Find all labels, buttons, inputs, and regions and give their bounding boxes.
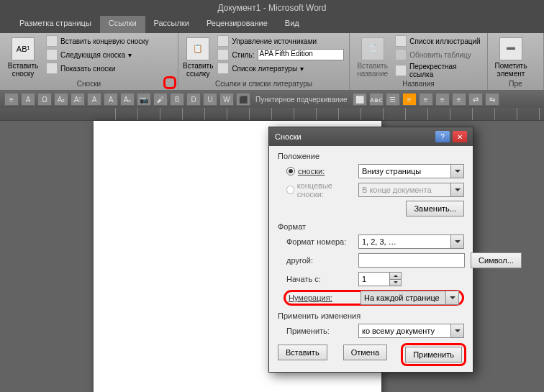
- qt-btn-24[interactable]: ⇆: [485, 93, 499, 106]
- format-legend: Формат: [278, 222, 464, 231]
- qt-btn-15[interactable]: ⬛: [236, 93, 250, 106]
- index-group-label: Пре: [492, 80, 539, 88]
- position-legend: Положение: [278, 152, 464, 160]
- endnote-icon: [46, 35, 58, 47]
- bibliography-icon: [217, 63, 229, 74]
- tab-references[interactable]: Ссылки: [100, 16, 145, 33]
- qt-btn-17[interactable]: ᴀʙᴄ: [369, 93, 384, 106]
- symbol-button[interactable]: Символ...: [471, 252, 522, 268]
- help-button[interactable]: ?: [435, 131, 450, 142]
- number-format-select[interactable]: 1, 2, 3, …: [358, 234, 464, 249]
- footnotes-location-select[interactable]: Внизу страницы: [358, 164, 464, 178]
- footnotes-group-label: Сноски: [4, 80, 173, 88]
- qt-btn-8[interactable]: Aₐ: [120, 93, 135, 106]
- qt-align-left[interactable]: ≡: [402, 93, 417, 106]
- style-select-row: Стиль:APA Fifth Edition: [216, 48, 345, 61]
- qt-btn-5[interactable]: Aͣ: [71, 93, 85, 106]
- show-notes-icon: [46, 63, 58, 74]
- tab-mailings[interactable]: Рассылки: [145, 16, 198, 33]
- mark-entry-button[interactable]: ➖ Пометить элемент: [492, 35, 530, 80]
- ribbon-tabs: Разметка страницы Ссылки Рассылки Реценз…: [0, 16, 544, 33]
- qt-align-center[interactable]: ≡: [419, 93, 433, 106]
- insert-citation-button[interactable]: 📋 Вставить ссылку: [183, 35, 213, 80]
- qt-btn-7[interactable]: A: [104, 93, 118, 106]
- qt-btn-14[interactable]: W: [219, 93, 234, 106]
- qt-btn-9[interactable]: 📷: [137, 93, 151, 106]
- qt-btn-10[interactable]: 🖌: [153, 93, 168, 106]
- endnotes-radio[interactable]: [286, 186, 294, 194]
- mark-entry-icon: ➖: [499, 37, 522, 60]
- spinner-down[interactable]: [389, 280, 401, 286]
- horizontal-ruler[interactable]: [0, 108, 544, 121]
- manage-sources-icon: [217, 35, 229, 47]
- tab-review[interactable]: Рецензирование: [198, 16, 276, 33]
- show-notes-button[interactable]: Показать сноски: [45, 62, 150, 75]
- cancel-button[interactable]: Отмена: [343, 345, 387, 360]
- chevron-down-icon: ▾: [128, 51, 132, 59]
- numbering-select[interactable]: На каждой странице: [361, 291, 459, 305]
- dialog-titlebar[interactable]: Сноски ? ✕: [269, 127, 473, 146]
- citation-icon: 📋: [186, 37, 209, 60]
- qt-align-justify[interactable]: ≡: [452, 93, 466, 106]
- tof-icon: [395, 35, 407, 47]
- insert-footnote-button[interactable]: AB¹ Вставить сноску: [4, 35, 42, 80]
- spinner-up[interactable]: [389, 273, 401, 280]
- chevron-down-icon: [450, 183, 463, 196]
- insert-caption-button[interactable]: 📄 Вставить название: [354, 35, 391, 80]
- qt-btn-18[interactable]: ☰: [386, 93, 400, 106]
- qt-btn-3[interactable]: Ω: [37, 93, 52, 106]
- qt-btn-23[interactable]: ⇄: [468, 93, 483, 106]
- chevron-down-icon: [450, 165, 463, 178]
- dialog-launcher-highlight[interactable]: [163, 76, 176, 89]
- qt-underline-label: Пунктирное подчеркивание: [255, 96, 348, 104]
- update-icon: [395, 49, 407, 60]
- qt-btn-6[interactable]: A: [87, 93, 101, 106]
- close-button[interactable]: ✕: [453, 131, 467, 142]
- footnote-dialog: Сноски ? ✕ Положение сноски: Внизу стран…: [268, 127, 473, 373]
- chevron-down-icon: [450, 235, 463, 248]
- window-titlebar: Документ1 - Microsoft Word: [0, 0, 544, 16]
- qt-btn-16[interactable]: ⬜: [353, 93, 367, 106]
- bibliography-button[interactable]: Список литературы▾: [216, 62, 345, 75]
- insert-endnote-button[interactable]: Вставить концевую сноску: [45, 35, 150, 47]
- chevron-down-icon: [450, 324, 463, 337]
- qt-align-right[interactable]: ≡: [435, 93, 450, 106]
- ribbon: AB¹ Вставить сноску Вставить концевую сн…: [0, 33, 544, 91]
- qt-btn-13[interactable]: U: [203, 93, 217, 106]
- custom-mark-input[interactable]: [358, 253, 465, 268]
- next-footnote-icon: [46, 49, 58, 60]
- apply-to-select[interactable]: ко всему документу: [358, 324, 464, 338]
- tab-page-layout[interactable]: Разметка страницы: [11, 16, 100, 33]
- next-footnote-button[interactable]: Следующая сноска▾: [45, 48, 150, 61]
- qt-btn-11[interactable]: B: [170, 93, 184, 106]
- tab-view[interactable]: Вид: [276, 16, 308, 33]
- qt-btn-2[interactable]: A: [21, 93, 35, 106]
- citations-group-label: Ссылки и списки литературы: [183, 80, 345, 88]
- manage-sources-button[interactable]: Управление источниками: [216, 35, 345, 47]
- qt-btn-1[interactable]: ≡: [4, 93, 19, 106]
- dialog-title-text: Сноски: [275, 132, 435, 141]
- update-table-button[interactable]: Обновить таблицу: [394, 48, 483, 61]
- apply-button[interactable]: Применить: [405, 347, 462, 363]
- insert-button[interactable]: Вставить: [278, 345, 327, 360]
- start-at-spinner[interactable]: 1: [358, 272, 402, 286]
- cross-reference-button[interactable]: Перекрестная ссылка: [394, 62, 483, 79]
- apply-legend: Применить изменения: [278, 311, 464, 320]
- footnote-icon: AB¹: [12, 37, 35, 60]
- change-button[interactable]: Заменить...: [406, 201, 464, 216]
- chevron-down-icon: ▾: [300, 65, 304, 73]
- footnotes-radio[interactable]: [286, 167, 295, 176]
- crossref-icon: [395, 65, 407, 76]
- endnotes-location-select: В конце документа: [358, 183, 464, 197]
- quick-toolbar: ≡ A Ω A₂ Aͣ A A Aₐ 📷 🖌 B D U W ⬛ Пунктир…: [0, 91, 544, 108]
- table-of-figures-button[interactable]: Список иллюстраций: [394, 35, 483, 47]
- qt-btn-4[interactable]: A₂: [54, 93, 68, 106]
- captions-group-label: Названия: [354, 80, 483, 88]
- chevron-down-icon: [445, 291, 458, 304]
- qt-btn-12[interactable]: D: [186, 93, 201, 106]
- caption-icon: 📄: [361, 37, 384, 60]
- style-icon: [217, 49, 229, 60]
- style-select[interactable]: APA Fifth Edition: [258, 49, 344, 60]
